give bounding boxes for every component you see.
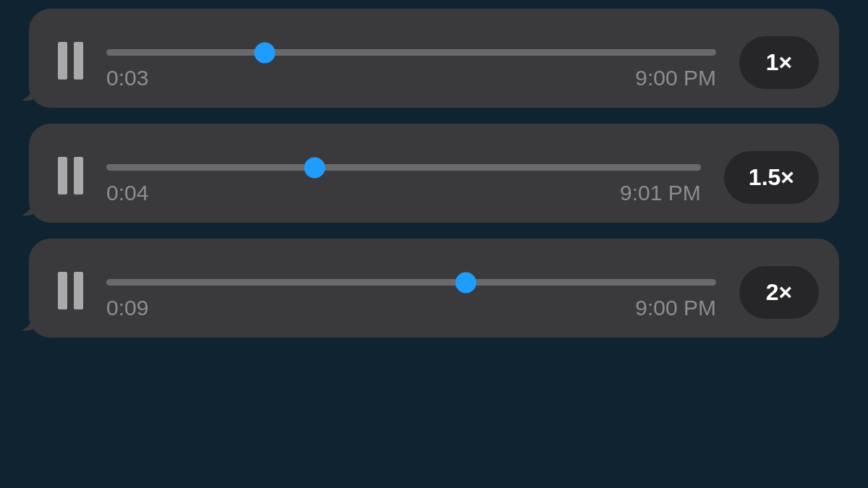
progress-track[interactable] xyxy=(106,164,701,171)
sent-timestamp: 9:00 PM xyxy=(635,296,716,320)
playback-track-area: 0:09 9:00 PM xyxy=(106,279,716,320)
time-labels: 0:04 9:01 PM xyxy=(106,181,701,205)
playback-speed-button[interactable]: 2× xyxy=(739,266,819,319)
playback-speed-button[interactable]: 1× xyxy=(739,36,819,89)
elapsed-time: 0:09 xyxy=(106,296,148,320)
elapsed-time: 0:03 xyxy=(106,66,148,90)
elapsed-time: 0:04 xyxy=(106,181,148,205)
time-labels: 0:03 9:00 PM xyxy=(106,66,716,90)
pause-bar-icon xyxy=(74,272,83,309)
progress-thumb[interactable] xyxy=(255,42,276,63)
pause-bar-icon xyxy=(74,157,83,194)
bubble-tail-icon xyxy=(22,82,42,102)
pause-bar-icon xyxy=(58,272,67,309)
bubble-body: 0:09 9:00 PM 2× xyxy=(29,239,839,338)
pause-button[interactable] xyxy=(58,42,83,80)
bubble-tail-icon xyxy=(22,197,42,217)
voice-message-bubble: 0:09 9:00 PM 2× xyxy=(29,239,839,338)
voice-message-bubble: 0:03 9:00 PM 1× xyxy=(29,9,839,108)
progress-thumb[interactable] xyxy=(304,157,325,178)
progress-track[interactable] xyxy=(106,49,716,56)
pause-bar-icon xyxy=(74,42,83,80)
bubble-body: 0:03 9:00 PM 1× xyxy=(29,9,839,108)
pause-bar-icon xyxy=(58,157,67,194)
bubble-body: 0:04 9:01 PM 1.5× xyxy=(29,124,839,223)
pause-bar-icon xyxy=(58,42,67,80)
bubble-tail-icon xyxy=(22,312,42,332)
playback-track-area: 0:03 9:00 PM xyxy=(106,49,716,90)
time-labels: 0:09 9:00 PM xyxy=(106,296,716,320)
progress-thumb[interactable] xyxy=(456,272,477,293)
sent-timestamp: 9:00 PM xyxy=(635,66,716,90)
voice-message-bubble: 0:04 9:01 PM 1.5× xyxy=(29,124,839,223)
progress-track[interactable] xyxy=(106,279,716,286)
playback-track-area: 0:04 9:01 PM xyxy=(106,164,701,205)
pause-button[interactable] xyxy=(58,272,83,309)
playback-speed-button[interactable]: 1.5× xyxy=(724,151,819,204)
sent-timestamp: 9:01 PM xyxy=(620,181,701,205)
pause-button[interactable] xyxy=(58,157,83,194)
